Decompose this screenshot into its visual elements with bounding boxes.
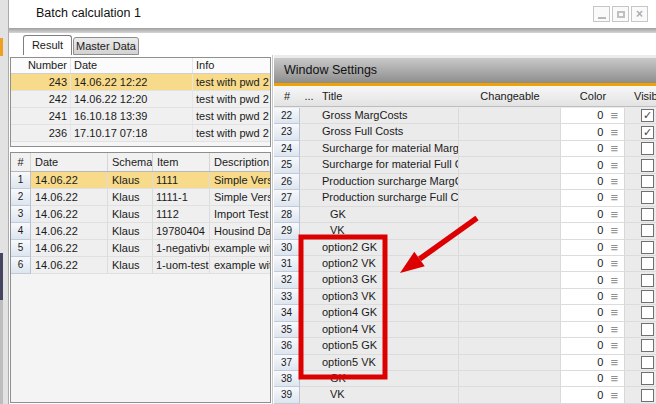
color-menu-icon[interactable]: ≡ xyxy=(610,274,618,287)
panel-divider[interactable] xyxy=(272,55,273,404)
window-settings-row[interactable]: 38GK0≡ xyxy=(274,371,656,387)
row-indicator[interactable]: 29 xyxy=(274,223,300,239)
row-indicator[interactable]: 39 xyxy=(274,387,300,403)
window-settings-row[interactable]: 39VK0≡ xyxy=(274,387,656,403)
visible-checkbox[interactable] xyxy=(641,306,654,319)
cell-color[interactable]: 0≡ xyxy=(561,322,625,337)
visible-checkbox[interactable] xyxy=(641,224,654,237)
close-button[interactable]: × xyxy=(631,6,648,22)
visible-checkbox[interactable] xyxy=(641,257,654,270)
visible-checkbox[interactable] xyxy=(641,372,654,385)
window-settings-row[interactable]: 37option5 VK0≡ xyxy=(274,355,656,371)
visible-checkbox[interactable] xyxy=(641,241,654,254)
window-settings-row[interactable]: 28GK0≡ xyxy=(274,207,656,223)
row-indicator[interactable]: 32 xyxy=(274,272,300,288)
visible-checkbox[interactable]: ✓ xyxy=(641,109,654,122)
visible-checkbox[interactable] xyxy=(641,159,654,172)
window-settings-row[interactable]: 35option4 VK0≡ xyxy=(274,322,656,338)
cell-color[interactable]: 0≡ xyxy=(561,240,625,255)
cell-color[interactable]: 0≡ xyxy=(561,141,625,156)
column-header-changeable[interactable]: Changeable xyxy=(459,86,561,106)
column-header-dots[interactable]: ... xyxy=(300,86,318,106)
color-menu-icon[interactable]: ≡ xyxy=(610,109,618,122)
cell-changeable[interactable] xyxy=(459,387,561,402)
row-indicator[interactable]: 3 xyxy=(11,206,31,223)
cell-changeable[interactable] xyxy=(459,141,561,156)
window-settings-row[interactable]: 29VK0≡ xyxy=(274,223,656,239)
column-header-info[interactable]: Info xyxy=(193,58,270,73)
cell-changeable[interactable] xyxy=(459,289,561,304)
cell-changeable[interactable] xyxy=(459,240,561,255)
visible-checkbox[interactable] xyxy=(641,389,654,402)
row-indicator[interactable]: 35 xyxy=(274,322,300,338)
row-indicator[interactable]: 24 xyxy=(274,141,300,157)
column-header-date[interactable]: Date xyxy=(71,58,193,73)
cell-color[interactable]: 0≡ xyxy=(561,124,625,139)
cell-color[interactable]: 0≡ xyxy=(561,223,625,238)
row-indicator[interactable]: 27 xyxy=(274,190,300,206)
window-settings-row[interactable]: 36option5 GK0≡ xyxy=(274,338,656,354)
row-indicator[interactable]: 23 xyxy=(274,124,300,140)
cell-color[interactable]: 0≡ xyxy=(561,371,625,386)
column-header-visible[interactable]: Visible xyxy=(625,86,656,106)
window-settings-row[interactable]: 34option4 GK0≡ xyxy=(274,305,656,321)
minimize-button[interactable] xyxy=(593,6,610,22)
row-indicator[interactable]: 31 xyxy=(274,256,300,272)
cell-changeable[interactable] xyxy=(459,272,561,287)
visible-checkbox[interactable] xyxy=(641,290,654,303)
color-menu-icon[interactable]: ≡ xyxy=(610,290,618,303)
cell-changeable[interactable] xyxy=(459,256,561,271)
results-row[interactable]: 24116.10.18 13:39test with pwd 2 xyxy=(11,108,270,125)
window-settings-row[interactable]: 30option2 GK0≡ xyxy=(274,240,656,256)
column-header-description[interactable]: Description xyxy=(210,153,270,171)
color-menu-icon[interactable]: ≡ xyxy=(610,224,618,237)
cell-color[interactable]: 0≡ xyxy=(561,387,625,402)
color-menu-icon[interactable]: ≡ xyxy=(610,142,618,155)
title-bar[interactable]: Batch calculation 1 × xyxy=(9,0,656,28)
row-indicator[interactable]: 38 xyxy=(274,371,300,387)
window-settings-row[interactable]: 26Production surcharge MargCosts0≡ xyxy=(274,174,656,190)
cell-changeable[interactable] xyxy=(459,108,561,123)
items-row[interactable]: 514.06.22Klaus1-negativbcexample with xyxy=(11,240,270,257)
row-indicator[interactable]: 26 xyxy=(274,174,300,190)
cell-color[interactable]: 0≡ xyxy=(561,355,625,370)
cell-color[interactable]: 0≡ xyxy=(561,190,625,205)
cell-color[interactable]: 0≡ xyxy=(561,289,625,304)
color-menu-icon[interactable]: ≡ xyxy=(610,372,618,385)
column-header-schema[interactable]: Schema xyxy=(108,153,153,171)
color-menu-icon[interactable]: ≡ xyxy=(610,126,618,139)
row-indicator[interactable]: 1 xyxy=(11,172,31,189)
row-indicator[interactable]: 33 xyxy=(274,289,300,305)
cell-color[interactable]: 0≡ xyxy=(561,207,625,222)
color-menu-icon[interactable]: ≡ xyxy=(610,389,618,402)
items-row[interactable]: 614.06.22Klaus1-uom-testexample with xyxy=(11,257,270,274)
column-header-title[interactable]: Title xyxy=(318,86,459,106)
visible-checkbox[interactable] xyxy=(641,142,654,155)
cell-color[interactable]: 0≡ xyxy=(561,305,625,320)
cell-changeable[interactable] xyxy=(459,223,561,238)
row-indicator[interactable]: 34 xyxy=(274,305,300,321)
visible-checkbox[interactable] xyxy=(641,175,654,188)
window-settings-row[interactable]: 25Surcharge for material Full Costs0≡ xyxy=(274,157,656,173)
row-indicator[interactable]: 37 xyxy=(274,355,300,371)
cell-changeable[interactable] xyxy=(459,157,561,172)
window-settings-row[interactable]: 23Gross Full Costs0≡✓ xyxy=(274,124,656,140)
cell-color[interactable]: 0≡ xyxy=(561,157,625,172)
color-menu-icon[interactable]: ≡ xyxy=(610,306,618,319)
row-indicator[interactable]: 2 xyxy=(11,189,31,206)
visible-checkbox[interactable] xyxy=(641,323,654,336)
items-row[interactable]: 214.06.22Klaus1111-1Simple Version xyxy=(11,189,270,206)
cell-changeable[interactable] xyxy=(459,338,561,353)
results-row[interactable]: 24214.06.22 12:20test with pwd 2 xyxy=(11,91,270,108)
color-menu-icon[interactable]: ≡ xyxy=(610,339,618,352)
color-menu-icon[interactable]: ≡ xyxy=(610,356,618,369)
cell-changeable[interactable] xyxy=(459,174,561,189)
window-settings-row[interactable]: 27Production surcharge Full Costs0≡ xyxy=(274,190,656,206)
items-row[interactable]: 114.06.22Klaus1111Simple Version xyxy=(11,172,270,189)
visible-checkbox[interactable] xyxy=(641,274,654,287)
maximize-button[interactable] xyxy=(612,6,629,22)
cell-color[interactable]: 0≡ xyxy=(561,272,625,287)
items-row[interactable]: 314.06.22Klaus1112Import Test xyxy=(11,206,270,223)
tab-master-data[interactable]: Master Data xyxy=(73,37,139,55)
cell-changeable[interactable] xyxy=(459,322,561,337)
